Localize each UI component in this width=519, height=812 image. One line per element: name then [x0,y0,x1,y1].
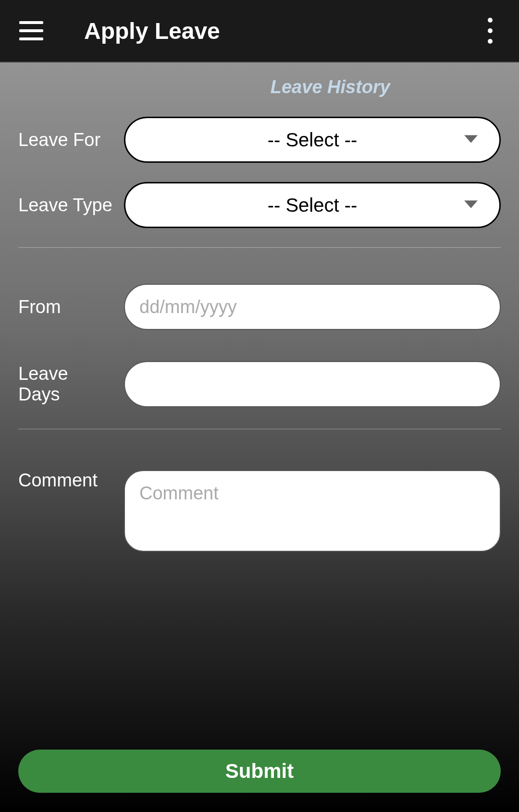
leave-days-label: Leave Days [18,364,114,405]
leave-for-select[interactable]: -- Select -- [124,117,501,163]
chevron-down-icon [464,200,478,208]
leave-for-row: Leave For -- Select -- [18,117,501,163]
leave-type-select[interactable]: -- Select -- [124,182,501,228]
leave-days-row: Leave Days [18,361,501,407]
app-header: Apply Leave [0,0,519,62]
hamburger-menu-icon[interactable] [19,21,43,40]
leave-days-input[interactable] [124,361,501,407]
divider [18,247,501,248]
leave-for-selected-value: -- Select -- [268,129,358,151]
submit-button[interactable]: Submit [18,750,501,793]
comment-label: Comment [18,470,114,491]
from-date-input[interactable] [124,284,501,330]
form-content: Leave History Leave For -- Select -- Lea… [0,62,519,812]
comment-row: Comment [18,470,501,554]
leave-for-label: Leave For [18,130,114,150]
leave-type-row: Leave Type -- Select -- [18,182,501,228]
chevron-down-icon [464,135,478,143]
page-title: Apply Leave [84,18,481,44]
comment-textarea[interactable] [124,470,501,552]
from-row: From [18,284,501,330]
leave-type-selected-value: -- Select -- [268,194,358,216]
leave-type-label: Leave Type [18,195,114,216]
divider [18,429,501,429]
from-label: From [18,297,114,317]
leave-history-link[interactable]: Leave History [18,77,501,97]
more-options-icon[interactable] [481,16,500,45]
